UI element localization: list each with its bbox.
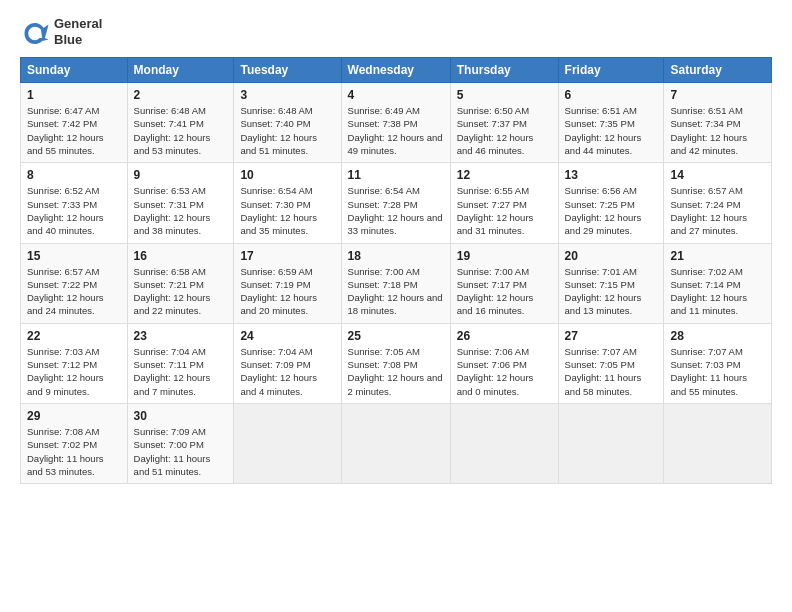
day-number: 2 [134,88,228,102]
col-header-tuesday: Tuesday [234,58,341,83]
col-header-saturday: Saturday [664,58,772,83]
day-cell: 14Sunrise: 6:57 AMSunset: 7:24 PMDayligh… [664,163,772,243]
day-number: 6 [565,88,658,102]
day-cell: 3Sunrise: 6:48 AMSunset: 7:40 PMDaylight… [234,83,341,163]
day-number: 7 [670,88,765,102]
day-number: 18 [348,249,444,263]
day-cell: 16Sunrise: 6:58 AMSunset: 7:21 PMDayligh… [127,243,234,323]
day-info: Sunrise: 6:48 AMSunset: 7:40 PMDaylight:… [240,104,334,157]
day-cell: 18Sunrise: 7:00 AMSunset: 7:18 PMDayligh… [341,243,450,323]
day-number: 28 [670,329,765,343]
week-row-5: 29Sunrise: 7:08 AMSunset: 7:02 PMDayligh… [21,403,772,483]
day-cell: 1Sunrise: 6:47 AMSunset: 7:42 PMDaylight… [21,83,128,163]
day-cell: 15Sunrise: 6:57 AMSunset: 7:22 PMDayligh… [21,243,128,323]
day-number: 11 [348,168,444,182]
day-cell: 25Sunrise: 7:05 AMSunset: 7:08 PMDayligh… [341,323,450,403]
day-info: Sunrise: 6:47 AMSunset: 7:42 PMDaylight:… [27,104,121,157]
day-number: 5 [457,88,552,102]
day-cell: 27Sunrise: 7:07 AMSunset: 7:05 PMDayligh… [558,323,664,403]
day-cell: 5Sunrise: 6:50 AMSunset: 7:37 PMDaylight… [450,83,558,163]
day-cell: 10Sunrise: 6:54 AMSunset: 7:30 PMDayligh… [234,163,341,243]
day-cell: 8Sunrise: 6:52 AMSunset: 7:33 PMDaylight… [21,163,128,243]
day-info: Sunrise: 6:49 AMSunset: 7:38 PMDaylight:… [348,104,444,157]
day-info: Sunrise: 7:05 AMSunset: 7:08 PMDaylight:… [348,345,444,398]
logo-text: General Blue [54,16,102,47]
col-header-monday: Monday [127,58,234,83]
week-row-4: 22Sunrise: 7:03 AMSunset: 7:12 PMDayligh… [21,323,772,403]
day-cell: 30Sunrise: 7:09 AMSunset: 7:00 PMDayligh… [127,403,234,483]
day-number: 23 [134,329,228,343]
day-info: Sunrise: 6:56 AMSunset: 7:25 PMDaylight:… [565,184,658,237]
col-header-wednesday: Wednesday [341,58,450,83]
day-info: Sunrise: 7:04 AMSunset: 7:09 PMDaylight:… [240,345,334,398]
day-info: Sunrise: 7:09 AMSunset: 7:00 PMDaylight:… [134,425,228,478]
day-number: 3 [240,88,334,102]
day-number: 29 [27,409,121,423]
col-header-friday: Friday [558,58,664,83]
day-cell: 29Sunrise: 7:08 AMSunset: 7:02 PMDayligh… [21,403,128,483]
day-number: 30 [134,409,228,423]
day-info: Sunrise: 7:08 AMSunset: 7:02 PMDaylight:… [27,425,121,478]
day-number: 19 [457,249,552,263]
day-cell: 22Sunrise: 7:03 AMSunset: 7:12 PMDayligh… [21,323,128,403]
day-cell: 7Sunrise: 6:51 AMSunset: 7:34 PMDaylight… [664,83,772,163]
day-info: Sunrise: 7:06 AMSunset: 7:06 PMDaylight:… [457,345,552,398]
day-number: 12 [457,168,552,182]
day-info: Sunrise: 6:55 AMSunset: 7:27 PMDaylight:… [457,184,552,237]
calendar: SundayMondayTuesdayWednesdayThursdayFrid… [20,57,772,484]
day-cell: 13Sunrise: 6:56 AMSunset: 7:25 PMDayligh… [558,163,664,243]
day-cell: 21Sunrise: 7:02 AMSunset: 7:14 PMDayligh… [664,243,772,323]
day-info: Sunrise: 6:57 AMSunset: 7:22 PMDaylight:… [27,265,121,318]
day-info: Sunrise: 6:51 AMSunset: 7:34 PMDaylight:… [670,104,765,157]
day-info: Sunrise: 7:04 AMSunset: 7:11 PMDaylight:… [134,345,228,398]
day-cell: 4Sunrise: 6:49 AMSunset: 7:38 PMDaylight… [341,83,450,163]
day-info: Sunrise: 6:54 AMSunset: 7:30 PMDaylight:… [240,184,334,237]
day-info: Sunrise: 6:57 AMSunset: 7:24 PMDaylight:… [670,184,765,237]
calendar-body: 1Sunrise: 6:47 AMSunset: 7:42 PMDaylight… [21,83,772,484]
day-info: Sunrise: 7:03 AMSunset: 7:12 PMDaylight:… [27,345,121,398]
day-number: 17 [240,249,334,263]
day-cell: 12Sunrise: 6:55 AMSunset: 7:27 PMDayligh… [450,163,558,243]
week-row-3: 15Sunrise: 6:57 AMSunset: 7:22 PMDayligh… [21,243,772,323]
col-header-thursday: Thursday [450,58,558,83]
day-number: 27 [565,329,658,343]
day-info: Sunrise: 6:50 AMSunset: 7:37 PMDaylight:… [457,104,552,157]
day-cell [664,403,772,483]
day-info: Sunrise: 6:59 AMSunset: 7:19 PMDaylight:… [240,265,334,318]
day-cell: 11Sunrise: 6:54 AMSunset: 7:28 PMDayligh… [341,163,450,243]
day-info: Sunrise: 6:58 AMSunset: 7:21 PMDaylight:… [134,265,228,318]
day-info: Sunrise: 7:01 AMSunset: 7:15 PMDaylight:… [565,265,658,318]
day-number: 4 [348,88,444,102]
day-cell [450,403,558,483]
day-info: Sunrise: 6:53 AMSunset: 7:31 PMDaylight:… [134,184,228,237]
day-cell: 20Sunrise: 7:01 AMSunset: 7:15 PMDayligh… [558,243,664,323]
day-number: 24 [240,329,334,343]
day-cell: 2Sunrise: 6:48 AMSunset: 7:41 PMDaylight… [127,83,234,163]
day-number: 22 [27,329,121,343]
day-number: 1 [27,88,121,102]
day-number: 16 [134,249,228,263]
day-cell: 17Sunrise: 6:59 AMSunset: 7:19 PMDayligh… [234,243,341,323]
day-info: Sunrise: 6:48 AMSunset: 7:41 PMDaylight:… [134,104,228,157]
day-cell [234,403,341,483]
day-info: Sunrise: 6:52 AMSunset: 7:33 PMDaylight:… [27,184,121,237]
day-info: Sunrise: 6:51 AMSunset: 7:35 PMDaylight:… [565,104,658,157]
day-info: Sunrise: 7:00 AMSunset: 7:17 PMDaylight:… [457,265,552,318]
page: General Blue SundayMondayTuesdayWednesda… [0,0,792,612]
day-info: Sunrise: 6:54 AMSunset: 7:28 PMDaylight:… [348,184,444,237]
day-number: 25 [348,329,444,343]
day-number: 20 [565,249,658,263]
day-cell: 6Sunrise: 6:51 AMSunset: 7:35 PMDaylight… [558,83,664,163]
day-info: Sunrise: 7:07 AMSunset: 7:03 PMDaylight:… [670,345,765,398]
day-cell: 19Sunrise: 7:00 AMSunset: 7:17 PMDayligh… [450,243,558,323]
day-number: 15 [27,249,121,263]
day-cell: 9Sunrise: 6:53 AMSunset: 7:31 PMDaylight… [127,163,234,243]
column-headers-row: SundayMondayTuesdayWednesdayThursdayFrid… [21,58,772,83]
day-number: 13 [565,168,658,182]
day-number: 10 [240,168,334,182]
day-cell: 26Sunrise: 7:06 AMSunset: 7:06 PMDayligh… [450,323,558,403]
day-cell [558,403,664,483]
day-cell: 28Sunrise: 7:07 AMSunset: 7:03 PMDayligh… [664,323,772,403]
day-number: 14 [670,168,765,182]
day-info: Sunrise: 7:02 AMSunset: 7:14 PMDaylight:… [670,265,765,318]
